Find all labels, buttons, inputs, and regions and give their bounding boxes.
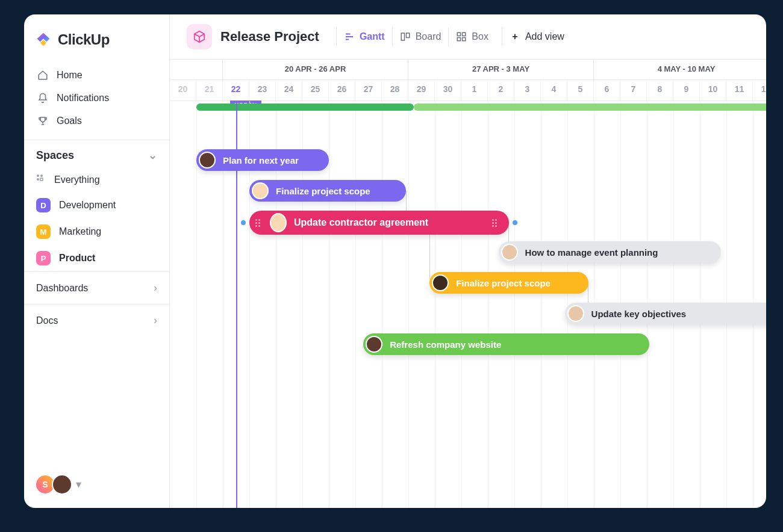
- day-cell[interactable]: 29: [408, 80, 435, 101]
- svg-rect-7: [463, 32, 466, 36]
- task-bar[interactable]: Finalize project scope: [429, 272, 588, 294]
- gantt-body[interactable]: Plan for next year Finalize project scop…: [170, 101, 766, 508]
- task-bar[interactable]: Update contractor agreement: [249, 211, 509, 235]
- avatar: [199, 152, 216, 169]
- sidebar-item-goals[interactable]: Goals: [29, 110, 164, 132]
- avatar: [270, 213, 287, 232]
- sidebar-item-dashboards[interactable]: Dashboards ›: [24, 271, 169, 304]
- view-tab-board[interactable]: Board: [392, 27, 449, 46]
- day-cell[interactable]: 2: [488, 80, 514, 101]
- day-cell[interactable]: 22: [223, 80, 249, 101]
- sidebar-item-space-marketing[interactable]: M Marketing: [24, 218, 169, 245]
- add-view-button[interactable]: + Add view: [502, 27, 572, 46]
- week-label: 20 APR - 26 APR: [223, 60, 408, 79]
- day-cell[interactable]: 4: [541, 80, 567, 101]
- logo[interactable]: ClickUp: [24, 14, 169, 60]
- avatar: [501, 244, 518, 261]
- day-cell[interactable]: 3: [514, 80, 541, 101]
- plus-icon: +: [510, 31, 520, 42]
- week-label: 27 APR - 3 MAY: [408, 60, 594, 79]
- progress-segment: [196, 104, 414, 111]
- day-cell[interactable]: 26: [329, 80, 355, 101]
- task-bar[interactable]: Refresh company website: [363, 333, 649, 355]
- box-icon: [193, 30, 206, 43]
- sidebar-item-notifications[interactable]: Notifications: [29, 87, 164, 110]
- project-title: Release Project: [220, 29, 319, 45]
- sidebar-item-everything[interactable]: Everything: [24, 168, 169, 192]
- day-cell[interactable]: 21: [196, 80, 223, 101]
- bell-icon: [37, 93, 48, 104]
- sidebar-item-docs[interactable]: Docs ›: [24, 304, 169, 336]
- day-cell[interactable]: 11: [726, 80, 753, 101]
- space-label: Product: [59, 253, 95, 264]
- task-bar[interactable]: Plan for next year: [196, 149, 329, 171]
- space-label: Development: [59, 200, 116, 211]
- svg-rect-9: [463, 38, 466, 41]
- day-cell[interactable]: 25: [302, 80, 329, 101]
- day-cell[interactable]: 7: [620, 80, 647, 101]
- spaces-header[interactable]: Spaces ⌄: [24, 140, 169, 168]
- view-label: Gantt: [360, 31, 385, 42]
- task-bar[interactable]: Update key objectives: [565, 303, 766, 324]
- drag-handle-icon[interactable]: [513, 220, 517, 225]
- chevron-right-icon: ›: [154, 314, 157, 327]
- svg-rect-3: [40, 178, 43, 181]
- space-label: Marketing: [59, 226, 101, 237]
- day-cell[interactable]: 23: [249, 80, 276, 101]
- view-tab-gantt[interactable]: Gantt: [336, 27, 392, 46]
- task-bar[interactable]: How to manage event planning: [499, 241, 722, 263]
- day-cell[interactable]: 12: [753, 80, 766, 101]
- progress-segment: [414, 104, 766, 111]
- space-badge: M: [36, 224, 51, 239]
- sidebar-item-home[interactable]: Home: [29, 64, 164, 87]
- day-cell[interactable]: 5: [567, 80, 594, 101]
- task-label: Refresh company website: [390, 339, 501, 350]
- day-cell[interactable]: 20: [170, 80, 196, 101]
- avatar: [366, 336, 382, 353]
- sidebar-item-space-development[interactable]: D Development: [24, 192, 169, 218]
- user-avatars[interactable]: S ▾: [24, 461, 169, 508]
- view-icon: [344, 31, 355, 42]
- svg-point-0: [37, 175, 39, 177]
- svg-point-1: [40, 175, 43, 177]
- day-cell[interactable]: 30: [435, 80, 461, 101]
- docs-label: Docs: [36, 315, 58, 326]
- trophy-icon: [37, 116, 48, 126]
- task-label: Update key objectives: [591, 309, 687, 319]
- drag-handle-icon[interactable]: [241, 220, 246, 225]
- day-cell[interactable]: 27: [355, 80, 382, 101]
- day-cell[interactable]: 1: [461, 80, 488, 101]
- view-icon: [456, 31, 467, 42]
- view-tab-box[interactable]: Box: [448, 27, 496, 46]
- day-cell[interactable]: 6: [594, 80, 620, 101]
- main-panel: Release Project Gantt Board Box + Add vi…: [170, 14, 766, 508]
- week-row: 20 APR - 26 APR27 APR - 3 MAY4 MAY - 10 …: [170, 60, 766, 80]
- day-cell[interactable]: 8: [647, 80, 673, 101]
- avatar: [52, 474, 72, 495]
- svg-rect-8: [458, 38, 461, 41]
- dashboards-label: Dashboards: [36, 283, 88, 294]
- day-cell[interactable]: 10: [700, 80, 726, 101]
- nav-label: Goals: [57, 116, 82, 126]
- day-cell[interactable]: 24: [276, 80, 302, 101]
- avatar: [432, 274, 449, 291]
- home-icon: [37, 70, 48, 81]
- grid-icon: [36, 174, 46, 186]
- everything-label: Everything: [54, 175, 100, 185]
- day-cell[interactable]: 9: [673, 80, 700, 101]
- task-label: How to manage event planning: [525, 247, 658, 258]
- space-badge: D: [36, 198, 51, 212]
- sidebar-item-space-product[interactable]: P Product: [24, 245, 169, 271]
- caret-down-icon: ▾: [76, 478, 81, 491]
- view-label: Box: [472, 31, 488, 42]
- task-label: Finalize project scope: [276, 186, 370, 196]
- svg-rect-4: [401, 33, 404, 40]
- chevron-right-icon: ›: [154, 282, 157, 294]
- day-cell[interactable]: 28: [382, 80, 408, 101]
- task-bar[interactable]: Finalize project scope: [249, 180, 406, 202]
- svg-rect-5: [406, 33, 409, 38]
- add-view-label: Add view: [525, 31, 564, 42]
- task-label: Finalize project scope: [456, 278, 551, 288]
- nav-label: Notifications: [57, 93, 109, 104]
- svg-rect-6: [458, 32, 461, 36]
